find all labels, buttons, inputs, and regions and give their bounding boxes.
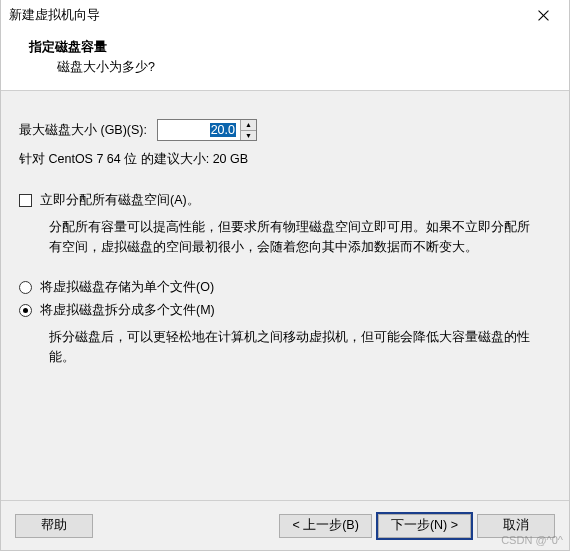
max-disk-size-input[interactable]: . 20.0 (158, 120, 240, 140)
max-disk-size-row: 最大磁盘大小 (GB)(S): . 20.0 ▲ ▼ (19, 119, 551, 141)
checkbox-icon (19, 194, 32, 207)
max-disk-size-spinner[interactable]: . 20.0 ▲ ▼ (157, 119, 257, 141)
radio-single-file[interactable]: 将虚拟磁盘存储为单个文件(O) (19, 279, 551, 296)
wizard-header: 指定磁盘容量 磁盘大小为多少? (1, 30, 569, 91)
max-disk-size-label: 最大磁盘大小 (GB)(S): (19, 122, 147, 139)
recommended-size-text: 针对 CentOS 7 64 位 的建议大小: 20 GB (19, 151, 551, 168)
window-title: 新建虚拟机向导 (9, 7, 100, 24)
spinner-down-button[interactable]: ▼ (241, 131, 256, 141)
wizard-footer: 帮助 < 上一步(B) 下一步(N) > 取消 (1, 500, 569, 550)
help-button[interactable]: 帮助 (15, 514, 93, 538)
radio-icon (19, 304, 32, 317)
max-disk-size-value: 20.0 (210, 123, 236, 137)
page-heading: 指定磁盘容量 (29, 38, 549, 56)
spinner-up-button[interactable]: ▲ (241, 120, 256, 131)
allocate-now-checkbox-row[interactable]: 立即分配所有磁盘空间(A)。 (19, 192, 551, 209)
close-icon (538, 10, 549, 21)
radio-split-files-label: 将虚拟磁盘拆分成多个文件(M) (40, 302, 215, 319)
wizard-content: 最大磁盘大小 (GB)(S): . 20.0 ▲ ▼ 针对 CentOS 7 6… (1, 91, 569, 506)
disk-file-radio-group: 将虚拟磁盘存储为单个文件(O) 将虚拟磁盘拆分成多个文件(M) 拆分磁盘后，可以… (19, 279, 551, 375)
titlebar: 新建虚拟机向导 (1, 0, 569, 30)
radio-icon (19, 281, 32, 294)
spinner-arrows: ▲ ▼ (240, 120, 256, 140)
radio-single-file-label: 将虚拟磁盘存储为单个文件(O) (40, 279, 214, 296)
radio-split-files-desc: 拆分磁盘后，可以更轻松地在计算机之间移动虚拟机，但可能会降低大容量磁盘的性能。 (19, 325, 551, 375)
dialog-new-vm-wizard: 新建虚拟机向导 指定磁盘容量 磁盘大小为多少? 最大磁盘大小 (GB)(S): … (0, 0, 570, 551)
page-subheading: 磁盘大小为多少? (29, 59, 549, 76)
close-button[interactable] (523, 1, 563, 29)
radio-split-files[interactable]: 将虚拟磁盘拆分成多个文件(M) (19, 302, 551, 319)
next-button[interactable]: 下一步(N) > (378, 514, 471, 538)
allocate-now-desc: 分配所有容量可以提高性能，但要求所有物理磁盘空间立即可用。如果不立即分配所有空间… (19, 215, 551, 265)
cancel-button[interactable]: 取消 (477, 514, 555, 538)
allocate-now-label: 立即分配所有磁盘空间(A)。 (40, 192, 200, 209)
back-button[interactable]: < 上一步(B) (279, 514, 371, 538)
